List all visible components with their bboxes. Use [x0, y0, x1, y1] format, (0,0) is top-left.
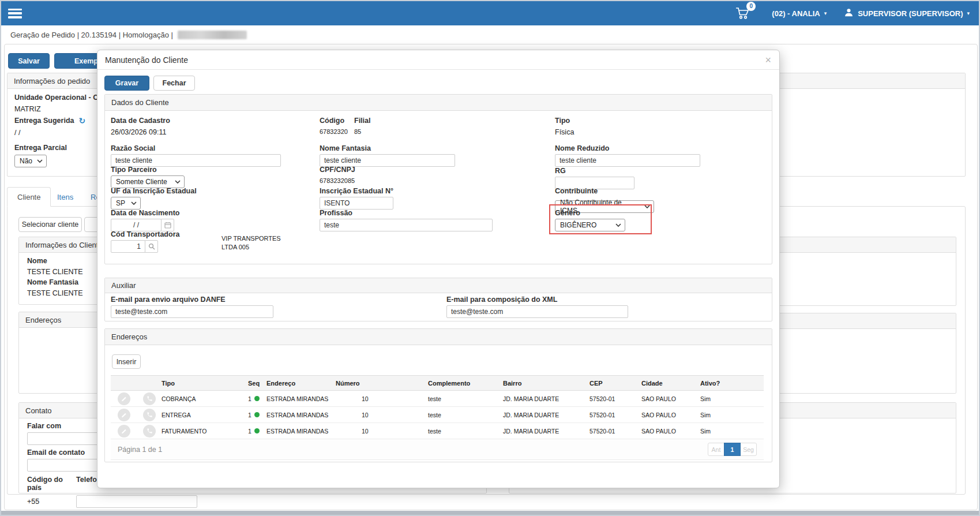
cart-button[interactable]: 0: [735, 6, 754, 21]
cell-complemento: teste: [428, 412, 503, 418]
phone-icon: [147, 412, 153, 418]
codigo-pais-label: Código do país: [27, 476, 76, 492]
edit-address-button[interactable]: [118, 392, 130, 405]
field-nome-fantasia: Nome Fantasia: [320, 144, 455, 167]
auxiliar-panel: Auxiliar E-mail para envio arquivo DANFE…: [104, 278, 772, 321]
search-transportadora-button[interactable]: [145, 240, 158, 253]
field-label: E-mail para envio arquivo DANFE: [111, 296, 273, 304]
field-value: 26/03/2026 09:11: [111, 128, 170, 136]
field-value: 6783232085: [320, 177, 355, 184]
tab-cliente[interactable]: Cliente: [7, 187, 51, 207]
uf-select[interactable]: SP: [111, 197, 141, 210]
pagination-prev-button[interactable]: Ant: [708, 443, 724, 456]
field-inscricao-estadual: Inscrição Estadual N°: [320, 187, 393, 210]
edit-address-button[interactable]: [118, 409, 130, 421]
phone-address-button[interactable]: [143, 392, 156, 405]
field-label: Gênero: [555, 209, 625, 217]
inserir-button[interactable]: Inserir: [112, 354, 141, 369]
telefone-input[interactable]: [76, 495, 197, 508]
pagination-next-button[interactable]: Seg: [740, 443, 757, 456]
close-icon[interactable]: ×: [765, 55, 771, 65]
field-label: Cód Transportadora: [111, 230, 179, 238]
entrega-sugerida-label: Entrega Sugerida: [14, 117, 74, 125]
col-cep: CEP: [589, 380, 641, 387]
breadcrumb: Geração de Pedido | 20.135194 | Homologa…: [10, 31, 173, 39]
field-label: Data de Cadastro: [111, 117, 170, 125]
cod-transportadora-input[interactable]: [111, 240, 145, 253]
field-label: Nome Reduzido: [555, 144, 700, 152]
cell-numero: 10: [336, 412, 428, 418]
fechar-button[interactable]: Fechar: [153, 76, 195, 91]
col-endereco: Endereço: [266, 380, 336, 387]
edit-address-button[interactable]: [118, 425, 130, 438]
col-numero: Número: [336, 380, 428, 387]
refresh-icon[interactable]: ↻: [79, 116, 86, 125]
email-xml-input[interactable]: [446, 305, 628, 318]
field-razao-social: Razão Social: [111, 144, 281, 167]
field-email-xml: E-mail para composição do XML: [446, 296, 628, 318]
telefone-label: Telefo: [76, 476, 97, 492]
cell-tipo: ENTREGA: [162, 412, 248, 418]
field-email-danfe: E-mail para envio arquivo DANFE: [111, 296, 273, 318]
cell-numero: 10: [336, 428, 428, 435]
nome-fantasia-input[interactable]: [320, 154, 455, 167]
cell-cidade: SAO PAULO: [641, 395, 700, 402]
redacted-text: [178, 31, 247, 39]
genero-select[interactable]: BIGÊNERO: [555, 219, 625, 231]
cell-endereco: ESTRADA MIRANDAS: [266, 395, 336, 402]
col-complemento: Complemento: [428, 380, 503, 387]
field-value: Física: [555, 128, 574, 136]
caret-down-icon: ▾: [824, 10, 827, 16]
modal-title: Manutenção do Cliente: [105, 55, 188, 65]
calendar-button[interactable]: [161, 219, 174, 231]
table-row: FATURAMENTO 1 ESTRADA MIRANDAS 10 teste …: [111, 423, 764, 439]
cell-seq: 1: [248, 395, 251, 402]
active-dot-icon: [254, 428, 260, 433]
field-tipo: Tipo Física: [555, 117, 574, 136]
location-label: (02) - ANALIA: [772, 9, 820, 18]
field-label: Tipo Parceiro: [111, 166, 185, 174]
selecionar-cliente-button[interactable]: Selecionar cliente: [18, 217, 82, 232]
field-label: Tipo: [555, 117, 574, 125]
field-label: Contribuinte: [555, 187, 654, 195]
phone-address-button[interactable]: [143, 409, 156, 421]
dados-cliente-title: Dados do Cliente: [105, 95, 772, 111]
menu-icon[interactable]: [8, 9, 22, 18]
gravar-button[interactable]: Gravar: [104, 76, 149, 91]
user-icon: [844, 8, 854, 19]
cell-tipo: COBRANÇA: [162, 395, 248, 402]
select-value: SP: [116, 199, 125, 207]
field-value: 85: [354, 128, 370, 135]
nome-reduzido-input[interactable]: [555, 154, 700, 167]
pagination: Ant 1 Seg: [708, 443, 757, 456]
razao-social-input[interactable]: [111, 154, 281, 167]
pagination-page-1-button[interactable]: 1: [724, 443, 741, 456]
entrega-parcial-select[interactable]: Não: [14, 155, 47, 167]
field-label: Profissão: [320, 209, 493, 217]
col-bairro: Bairro: [503, 380, 589, 387]
select-value: Somente Cliente: [116, 178, 167, 186]
location-menu[interactable]: (02) - ANALIA ▾: [772, 9, 827, 18]
transportadora-info: VIP TRANSPORTES LTDA 005: [221, 234, 281, 252]
field-label: E-mail para composição do XML: [446, 296, 628, 304]
field-tipo-parceiro: Tipo Parceiro Somente Cliente: [111, 166, 185, 188]
tipo-parceiro-select[interactable]: Somente Cliente: [111, 175, 185, 188]
email-danfe-input[interactable]: [111, 305, 273, 318]
field-value: 67832320: [320, 128, 354, 135]
field-codigo-filial: Código 67832320 Filial 85: [320, 117, 370, 135]
inscricao-estadual-input[interactable]: [320, 197, 393, 210]
profissao-input[interactable]: [320, 219, 493, 231]
cart-badge: 0: [746, 2, 756, 11]
salvar-button[interactable]: Salvar: [8, 53, 50, 69]
data-nascimento-input[interactable]: [111, 219, 162, 231]
cell-seq: 1: [248, 412, 251, 418]
tab-itens[interactable]: Itens: [47, 187, 83, 207]
cell-complemento: teste: [428, 428, 503, 435]
phone-address-button[interactable]: [143, 425, 156, 438]
cell-cidade: SAO PAULO: [641, 412, 700, 418]
cell-seq: 1: [248, 428, 251, 435]
field-uf-ie: UF da Inscrição Estadual SP: [111, 187, 197, 210]
user-menu[interactable]: SUPERVISOR (SUPERVISOR) ▾: [844, 8, 970, 19]
enderecos-title: Endereços: [105, 329, 772, 345]
table-header-row: Tipo Seq Endereço Número Complemento Bai…: [111, 375, 764, 391]
